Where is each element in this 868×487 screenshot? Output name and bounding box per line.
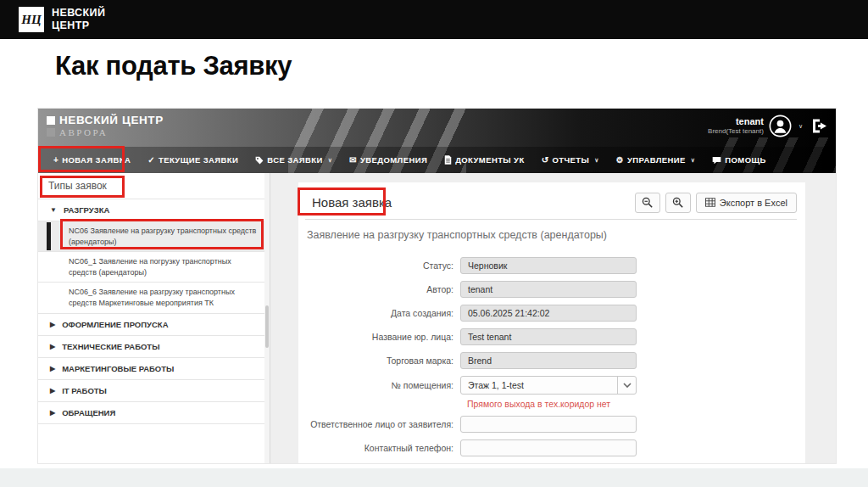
sidebar-group-tech[interactable]: ▶ ТЕХНИЧЕСКИЕ РАБОТЫ	[38, 336, 270, 358]
triangle-collapsed-icon: ▶	[50, 321, 55, 328]
nav-documents[interactable]: ДОКУМЕНТЫ УК	[436, 147, 532, 173]
nav-new-request[interactable]: + НОВАЯ ЗАЯВКА	[45, 147, 139, 173]
envelope-icon: ✉	[349, 156, 357, 165]
triangle-expanded-icon: ▼	[50, 206, 57, 214]
app-screenshot: НЕВСКИЙ ЦЕНТР АВРОРА tenant Brend(Test t…	[38, 109, 836, 463]
trademark-input[interactable]: Brend	[460, 352, 637, 369]
export-excel-button[interactable]: Экспорт в Excel	[696, 193, 797, 213]
nav-label: ТЕКУЩИЕ ЗАЯВКИ	[159, 155, 238, 165]
chevron-down-icon: ∨	[691, 157, 696, 164]
divider	[305, 219, 797, 220]
nav-label: ВСЕ ЗАЯВКИ	[267, 155, 322, 165]
zoom-out-button[interactable]	[635, 193, 660, 213]
history-icon: ↺	[542, 156, 549, 165]
app-nav-bar: + НОВАЯ ЗАЯВКА ✓ ТЕКУЩИЕ ЗАЯВКИ ВСЕ ЗАЯВ…	[38, 147, 836, 173]
room-number-select[interactable]: Этаж 1, 1-test	[460, 376, 637, 395]
room-number-value: Этаж 1, 1-test	[468, 380, 524, 390]
brand-name-line2: ЦЕНТР	[52, 20, 105, 32]
responsible-person-input[interactable]	[460, 416, 637, 433]
nav-label: НОВАЯ ЗАЯВКА	[62, 155, 131, 165]
page-title: Как подать Заявку	[55, 51, 292, 81]
plus-icon: +	[53, 156, 58, 165]
tag-icon	[255, 156, 264, 165]
document-icon	[444, 155, 452, 165]
legal-name-label: Название юр. лица:	[305, 332, 460, 342]
sidebar-group-marketing[interactable]: ▶ МАРКЕТИНГОВЫЕ РАБОТЫ	[38, 358, 270, 380]
request-types-sidebar: Типы заявок ▼ РАЗГРУЗКА NC06 Заявление н…	[38, 173, 270, 463]
export-label: Экспорт в Excel	[720, 198, 787, 208]
nav-all-requests[interactable]: ВСЕ ЗАЯВКИ ∨	[247, 147, 341, 173]
main-panel: Новая заявка Экспорт в Excel Заявление н…	[298, 182, 805, 463]
app-logo-line1: НЕВСКИЙ ЦЕНТР	[59, 114, 164, 126]
main-title: Новая заявка	[305, 191, 398, 214]
app-header: НЕВСКИЙ ЦЕНТР АВРОРА tenant Brend(Test t…	[38, 109, 836, 173]
status-input[interactable]: Черновик	[460, 257, 637, 274]
nav-label: УПРАВЛЕНИЕ	[627, 155, 686, 165]
nav-label: ОТЧЕТЫ	[552, 155, 589, 165]
sidebar-item-nc06-6[interactable]: NC06_6 Заявление на разгрузку транспортн…	[38, 283, 270, 313]
sidebar-group-razgruzka[interactable]: ▼ РАЗГРУЗКА	[38, 199, 270, 221]
sidebar-group-propusk[interactable]: ▶ ОФОРМЛЕНИЕ ПРОПУСКА	[38, 314, 270, 336]
user-info: tenant Brend(Test tenant)	[708, 116, 764, 136]
group-label: ТЕХНИЧЕСКИЕ РАБОТЫ	[62, 342, 159, 351]
group-label: МАРКЕТИНГОВЫЕ РАБОТЫ	[62, 364, 174, 373]
select-chevron-down-icon[interactable]	[617, 377, 636, 394]
triangle-collapsed-icon: ▶	[50, 343, 55, 350]
chevron-down-icon: ∨	[594, 157, 599, 164]
author-input[interactable]: tenant	[460, 281, 637, 298]
table-icon	[705, 198, 715, 207]
group-label: IT РАБОТЫ	[62, 386, 107, 395]
nav-current-requests[interactable]: ✓ ТЕКУЩИЕ ЗАЯВКИ	[139, 147, 247, 173]
nevsky-center-logo: НЦ	[19, 7, 44, 32]
avatar-icon[interactable]	[769, 115, 792, 137]
nav-label: УВЕДОМЛЕНИЯ	[360, 155, 427, 165]
user-name: tenant	[708, 116, 764, 127]
nav-help[interactable]: ПОМОЩЬ	[704, 147, 774, 173]
item-label: NC06_6 Заявление на разгрузку транспортн…	[69, 288, 235, 307]
sidebar-scrollbar[interactable]	[264, 173, 270, 463]
logo-monogram: НЦ	[21, 13, 41, 27]
room-number-label: № помещения:	[305, 380, 460, 390]
sidebar-item-nc06[interactable]: NC06 Заявление на разгрузку транспортных…	[38, 221, 270, 252]
app-logo-icon	[47, 116, 55, 125]
app-logo-line2: АВРОРА	[59, 127, 108, 137]
form-title: Заявление на разгрузку транспортных сред…	[307, 229, 797, 241]
gears-icon: ⚙	[616, 156, 624, 165]
zoom-in-button[interactable]	[665, 193, 691, 213]
legal-name-input[interactable]: Test tenant	[460, 328, 637, 345]
sidebar-group-it[interactable]: ▶ IT РАБОТЫ	[38, 380, 270, 402]
check-icon: ✓	[147, 156, 155, 165]
sidebar-item-nc06-1[interactable]: NC06_1 Заявление на погрузку транспортны…	[38, 252, 270, 283]
group-label: РАЗГРУЗКА	[64, 205, 109, 215]
status-label: Статус:	[305, 260, 460, 271]
contact-phone-label: Контактный телефон:	[305, 443, 460, 453]
triangle-collapsed-icon: ▶	[50, 387, 55, 395]
item-label: NC06_1 Заявление на погрузку транспортны…	[69, 257, 231, 277]
nav-notifications[interactable]: ✉ УВЕДОМЛЕНИЯ	[341, 147, 436, 173]
user-menu[interactable]: tenant Brend(Test tenant) ∨	[708, 115, 829, 137]
chevron-down-icon: ∨	[328, 157, 333, 164]
app-logo-icon-2	[47, 128, 55, 137]
logout-icon[interactable]	[811, 118, 829, 134]
nav-label: ДОКУМЕНТЫ УК	[455, 155, 524, 165]
nav-reports[interactable]: ↺ ОТЧЕТЫ ∨	[533, 147, 608, 173]
created-date-input[interactable]: 05.06.2025 21:42:02	[460, 305, 637, 322]
user-chevron-down-icon[interactable]: ∨	[798, 123, 803, 130]
corridor-warning-text: Прямого выхода в тех.коридор нет	[467, 399, 797, 409]
responsible-person-label: Ответственное лицо от заявителя:	[305, 419, 460, 429]
group-label: ОБРАЩЕНИЯ	[62, 408, 115, 417]
nav-management[interactable]: ⚙ УПРАВЛЕНИЕ ∨	[608, 147, 704, 173]
chat-icon	[712, 156, 721, 165]
toolbar: Экспорт в Excel	[635, 193, 797, 213]
item-label: NC06 Заявление на разгрузку транспортных…	[69, 227, 256, 246]
sidebar-group-appeals[interactable]: ▶ ОБРАЩЕНИЯ	[38, 402, 270, 424]
contact-phone-input[interactable]	[460, 439, 637, 456]
app-logo: НЕВСКИЙ ЦЕНТР АВРОРА	[47, 114, 164, 137]
trademark-label: Торговая марка:	[305, 355, 460, 366]
author-label: Автор:	[305, 284, 460, 294]
created-date-label: Дата создания:	[305, 308, 460, 318]
slide-footer-band	[0, 468, 868, 487]
user-org: Brend(Test tenant)	[708, 127, 764, 136]
group-label: ОФОРМЛЕНИЕ ПРОПУСКА	[62, 320, 168, 329]
sidebar-scrollbar-thumb[interactable]	[265, 305, 269, 348]
